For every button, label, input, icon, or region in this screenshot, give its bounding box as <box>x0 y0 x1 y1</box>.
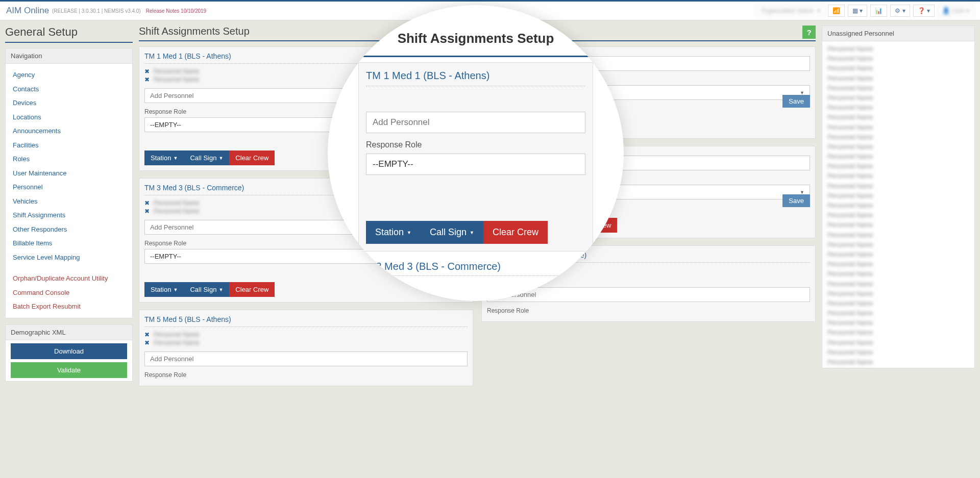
nav-header: Navigation <box>6 48 132 64</box>
nav-admin-item[interactable]: Command Console <box>6 286 132 300</box>
main: ? Shift Assignments Setup TM 1 Med 1 (BL… <box>139 26 816 388</box>
zoom-next-shift-title: TM 3 Med 3 (BLS - Commerce) <box>358 251 593 276</box>
chart-icon[interactable]: 📊 <box>870 5 887 17</box>
remove-crew-icon[interactable]: ✖ <box>144 76 150 83</box>
person-item[interactable]: Personnel Name <box>827 84 969 93</box>
selected-option: --EMPTY-- <box>150 121 181 129</box>
sidebar: General Setup Navigation AgencyContactsD… <box>5 26 133 388</box>
zoom-response-role-select[interactable]: --EMPTY-- <box>366 154 585 175</box>
person-item[interactable]: Personnel Name <box>827 182 969 191</box>
nav-item[interactable]: User Maintenance <box>6 166 132 181</box>
help-button[interactable]: ? <box>802 26 816 39</box>
call-sign-button[interactable]: Call Sign ▼ <box>184 150 229 165</box>
user-dropdown[interactable]: 👤 User ▾ <box>938 5 974 17</box>
clear-crew-button[interactable]: Clear Crew <box>229 150 275 165</box>
person-item[interactable]: Personnel Name <box>827 74 969 84</box>
nav-admin-item[interactable]: Batch Export Resubmit <box>6 299 132 314</box>
zoom-station-button[interactable]: Station ▼ <box>366 221 421 244</box>
zoom-add-personnel-input[interactable] <box>366 112 585 133</box>
person-item[interactable]: Personnel Name <box>827 93 969 103</box>
station-button[interactable]: Station ▼ <box>144 150 184 165</box>
person-item[interactable]: Personnel Name <box>827 299 969 309</box>
person-item[interactable]: Personnel Name <box>827 231 969 240</box>
save-button[interactable]: Save <box>782 194 810 207</box>
org-dropdown[interactable]: Organization Name ▾ <box>756 5 825 17</box>
gear-icon[interactable]: ⚙ ▾ <box>890 5 910 17</box>
nav-item[interactable]: Contacts <box>6 82 132 96</box>
nav-item[interactable]: Devices <box>6 96 132 110</box>
person-item[interactable]: Personnel Name <box>827 113 969 122</box>
person-item[interactable]: Personnel Name <box>827 318 969 328</box>
person-item[interactable]: Personnel Name <box>827 289 969 299</box>
person-item[interactable]: Personnel Name <box>827 250 969 260</box>
zoom-overlay: Shift Assignments Setup TM 1 Med 1 (BLS … <box>328 5 624 301</box>
person-item[interactable]: Personnel Name <box>827 338 969 348</box>
person-item[interactable]: Personnel Name <box>827 64 969 73</box>
zoom-section-title: Shift Assignments Setup <box>398 31 554 46</box>
nav-item[interactable]: Locations <box>6 110 132 124</box>
person-item[interactable]: Personnel Name <box>827 269 969 279</box>
person-item[interactable]: Personnel Name <box>827 367 969 368</box>
nav-item[interactable]: Facilities <box>6 138 132 153</box>
person-item[interactable]: Personnel Name <box>827 133 969 142</box>
save-button[interactable]: Save <box>782 95 810 108</box>
remove-crew-icon[interactable]: ✖ <box>144 199 150 207</box>
nav-item[interactable]: Shift Assignments <box>6 208 132 222</box>
person-item[interactable]: Personnel Name <box>827 328 969 338</box>
person-item[interactable]: Personnel Name <box>827 309 969 318</box>
remove-crew-icon[interactable]: ✖ <box>144 208 150 215</box>
person-item[interactable]: Personnel Name <box>827 123 969 133</box>
nav-item[interactable]: Roles <box>6 152 132 166</box>
zoom-response-role-label: Response Role <box>366 140 585 149</box>
download-button[interactable]: Download <box>11 343 127 359</box>
person-item[interactable]: Personnel Name <box>827 103 969 113</box>
person-item[interactable]: Personnel Name <box>827 240 969 250</box>
nav-item[interactable]: Billable Items <box>6 236 132 250</box>
release-notes-link[interactable]: Release Notes 10/10/2019 <box>146 8 206 14</box>
station-button[interactable]: Station ▼ <box>144 282 184 297</box>
person-item[interactable]: Personnel Name <box>827 44 969 54</box>
add-personnel-input[interactable] <box>144 351 468 366</box>
nav-item[interactable]: Agency <box>6 68 132 82</box>
nav-item[interactable]: Announcements <box>6 124 132 138</box>
shift-title: TM 5 Med 5 (BLS - Athens) <box>144 315 468 327</box>
chevron-down-icon: ▼ <box>800 90 804 95</box>
person-item[interactable]: Personnel Name <box>827 348 969 358</box>
zoom-underline <box>358 56 593 57</box>
person-item[interactable]: Personnel Name <box>827 220 969 230</box>
remove-crew-icon[interactable]: ✖ <box>144 339 150 346</box>
crew-name: Personnel Name <box>154 331 199 338</box>
response-role-label: Response Role <box>487 307 810 314</box>
person-item[interactable]: Personnel Name <box>827 142 969 152</box>
response-role-label: Response Role <box>144 371 468 379</box>
unassigned-header: Unassigned Personnel <box>822 26 974 41</box>
person-item[interactable]: Personnel Name <box>827 162 969 171</box>
person-item[interactable]: Personnel Name <box>827 211 969 220</box>
person-item[interactable]: Personnel Name <box>827 280 969 289</box>
zoom-clear-crew-button[interactable]: Clear Crew <box>483 221 548 244</box>
nav-item[interactable]: Personnel <box>6 180 132 194</box>
zoom-callsign-button[interactable]: Call Sign ▼ <box>421 221 483 244</box>
grid-icon[interactable]: ▦ ▾ <box>848 5 867 17</box>
nav-item[interactable]: Vehicles <box>6 194 132 209</box>
clear-crew-button[interactable]: Clear Crew <box>229 282 275 297</box>
person-item[interactable]: Personnel Name <box>827 54 969 64</box>
crew-name: Personnel Name <box>154 68 199 75</box>
help-icon[interactable]: ❓ ▾ <box>913 5 935 17</box>
person-item[interactable]: Personnel Name <box>827 358 969 367</box>
validate-button[interactable]: Validate <box>11 362 127 378</box>
nav-item[interactable]: Service Level Mapping <box>6 250 132 265</box>
brand: AIM Online <box>6 6 49 16</box>
remove-crew-icon[interactable]: ✖ <box>144 68 150 75</box>
nav-admin-item[interactable]: Orphan/Duplicate Account Utility <box>6 271 132 286</box>
person-item[interactable]: Personnel Name <box>827 152 969 162</box>
person-item[interactable]: Personnel Name <box>827 191 969 201</box>
add-personnel-input[interactable] <box>487 287 810 302</box>
person-item[interactable]: Personnel Name <box>827 260 969 269</box>
person-item[interactable]: Personnel Name <box>827 171 969 181</box>
nav-item[interactable]: Other Responders <box>6 222 132 237</box>
remove-crew-icon[interactable]: ✖ <box>144 331 150 338</box>
signal-icon[interactable]: 📶 <box>828 5 845 17</box>
call-sign-button[interactable]: Call Sign ▼ <box>184 282 229 297</box>
person-item[interactable]: Personnel Name <box>827 201 969 211</box>
